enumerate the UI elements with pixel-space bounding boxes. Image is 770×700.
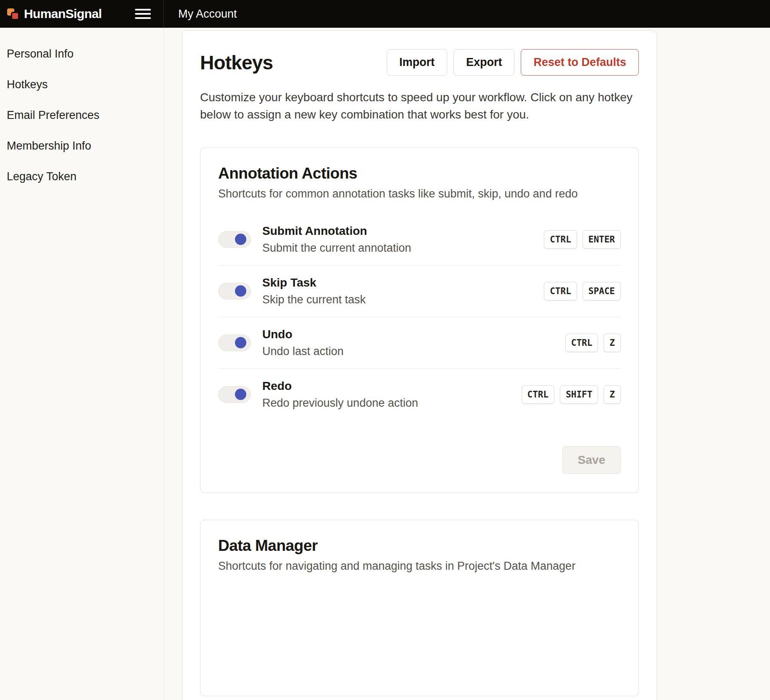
hotkey-title: Redo <box>262 379 522 393</box>
hotkey-keys: CTRL SPACE <box>544 282 621 300</box>
hotkey-row-skip-task: Skip Task Skip the current task CTRL SPA… <box>218 265 621 317</box>
hotkey-keycap[interactable]: CTRL <box>544 230 577 249</box>
hotkey-row-redo: Redo Redo previously undone action CTRL … <box>218 368 621 420</box>
skip-task-toggle[interactable] <box>218 283 251 300</box>
hotkey-title: Submit Annotation <box>262 224 544 238</box>
hotkey-rows: Submit Annotation Submit the current ann… <box>218 214 621 420</box>
hotkey-title: Undo <box>262 328 565 341</box>
undo-toggle[interactable] <box>218 334 251 351</box>
page-title: My Account <box>178 8 237 21</box>
topbar-title-section: My Account <box>164 0 770 28</box>
sidebar-item-legacy-token[interactable]: Legacy Token <box>7 161 157 192</box>
annotation-actions-subtitle: Shortcuts for common annotation tasks li… <box>218 187 621 200</box>
reset-to-defaults-button[interactable]: Reset to Defaults <box>521 49 639 76</box>
hotkey-description: Submit the current annotation <box>262 242 544 255</box>
data-manager-card: Data Manager Shortcuts for navigating an… <box>200 520 639 696</box>
toggle-knob <box>235 389 246 400</box>
hotkeys-title: Hotkeys <box>200 51 273 74</box>
toggle-knob <box>235 285 246 297</box>
sidebar-item-personal-info[interactable]: Personal Info <box>7 39 157 69</box>
annotation-actions-title: Annotation Actions <box>218 165 621 182</box>
humansignal-logo-icon <box>7 7 20 21</box>
hotkey-title: Skip Task <box>262 276 544 289</box>
toggle-knob <box>235 337 246 348</box>
sidebar: Personal Info Hotkeys Email Preferences … <box>0 28 164 700</box>
hotkey-keys: CTRL Z <box>565 334 621 352</box>
hotkey-description: Undo last action <box>262 345 565 358</box>
hotkey-description: Skip the current task <box>262 293 544 306</box>
sidebar-item-membership-info[interactable]: Membership Info <box>7 131 157 161</box>
hotkeys-panel: Hotkeys Import Export Reset to Defaults … <box>182 30 657 700</box>
hotkey-keycap[interactable]: CTRL <box>544 282 577 300</box>
hotkey-keycap[interactable]: SHIFT <box>560 385 598 404</box>
hotkey-row-undo: Undo Undo last action CTRL Z <box>218 317 621 368</box>
layout: Personal Info Hotkeys Email Preferences … <box>0 0 770 700</box>
data-manager-subtitle: Shortcuts for navigating and managing ta… <box>218 560 621 573</box>
hotkeys-actions: Import Export Reset to Defaults <box>387 49 639 76</box>
topbar: HumanSignal My Account <box>0 0 770 28</box>
brand-name: HumanSignal <box>24 7 102 21</box>
save-button[interactable]: Save <box>562 446 621 474</box>
sidebar-item-email-preferences[interactable]: Email Preferences <box>7 100 157 131</box>
hotkey-keycap[interactable]: ENTER <box>583 230 621 249</box>
annotation-actions-card: Annotation Actions Shortcuts for common … <box>200 147 639 493</box>
hotkey-description: Redo previously undone action <box>262 397 522 410</box>
export-button[interactable]: Export <box>454 49 515 76</box>
hotkey-keys: CTRL SHIFT Z <box>522 385 621 404</box>
hotkey-keycap[interactable]: CTRL <box>522 385 555 404</box>
annotation-actions-footer: Save <box>218 446 621 474</box>
toggle-knob <box>235 234 246 245</box>
import-button[interactable]: Import <box>387 49 447 76</box>
hotkey-keycap[interactable]: CTRL <box>565 334 599 352</box>
hotkey-keys: CTRL ENTER <box>544 230 621 249</box>
hotkey-keycap[interactable]: Z <box>604 334 621 352</box>
hotkeys-description: Customize your keyboard shortcuts to spe… <box>200 89 639 123</box>
sidebar-item-hotkeys[interactable]: Hotkeys <box>7 69 157 100</box>
redo-toggle[interactable] <box>218 386 251 403</box>
hotkeys-header: Hotkeys Import Export Reset to Defaults <box>200 49 639 76</box>
hotkey-keycap[interactable]: SPACE <box>583 282 621 300</box>
submit-annotation-toggle[interactable] <box>218 231 251 248</box>
menu-icon[interactable] <box>135 8 151 20</box>
brand[interactable]: HumanSignal <box>7 7 102 21</box>
data-manager-title: Data Manager <box>218 537 621 555</box>
main-content: Hotkeys Import Export Reset to Defaults … <box>164 28 770 700</box>
hotkey-keycap[interactable]: Z <box>604 385 621 404</box>
topbar-brand-section: HumanSignal <box>0 0 164 28</box>
hotkey-row-submit-annotation: Submit Annotation Submit the current ann… <box>218 214 621 265</box>
